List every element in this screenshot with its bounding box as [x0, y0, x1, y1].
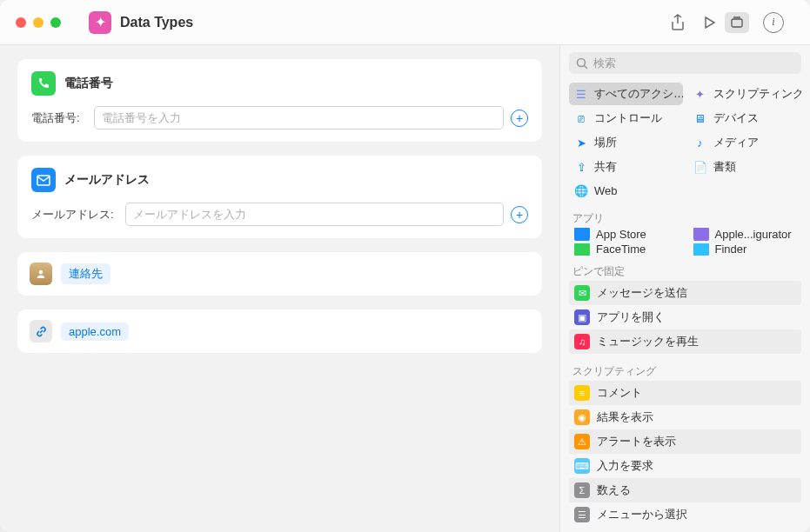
library-toggle[interactable] — [725, 12, 749, 33]
action-label: アラートを表示 — [597, 434, 676, 449]
play-icon — [703, 16, 716, 30]
category-item[interactable]: ➤場所 — [569, 131, 683, 154]
category-icon: ♪ — [693, 136, 707, 150]
minimize-button[interactable] — [33, 17, 44, 28]
action-list-item[interactable]: ⌨入力を要求 — [569, 454, 801, 478]
action-list-item[interactable]: ≡コメント — [569, 381, 801, 405]
category-icon: ✦ — [693, 87, 707, 101]
action-label: コメント — [597, 385, 642, 401]
workflow-canvas[interactable]: 電話番号 電話番号: + メールアドレス メールアドレス: + — [0, 45, 559, 532]
app-icon: ✦ — [89, 11, 111, 34]
app-item[interactable]: Finder — [688, 243, 802, 256]
library-sidebar: ☰すべてのアクシ…✦スクリプティング⎚コントロール🖥デバイス➤場所♪メディア⇪共… — [559, 45, 810, 532]
run-button[interactable] — [693, 10, 725, 35]
library-icon — [730, 16, 744, 29]
action-list-item[interactable]: ◉結果を表示 — [569, 405, 801, 429]
action-icon: ♫ — [574, 334, 590, 349]
phone-action-title: 電話番号 — [64, 76, 113, 91]
phone-action-card: 電話番号 電話番号: + — [17, 59, 542, 142]
phone-number-input[interactable] — [94, 106, 504, 130]
category-icon: ➤ — [574, 136, 588, 150]
add-phone-button[interactable]: + — [511, 110, 528, 127]
category-grid: ☰すべてのアクシ…✦スクリプティング⎚コントロール🖥デバイス➤場所♪メディア⇪共… — [560, 81, 810, 206]
category-label: Web — [594, 184, 618, 197]
category-item[interactable]: ♪メディア — [688, 131, 802, 154]
svg-rect-0 — [732, 19, 742, 27]
pinned-list: ✉メッセージを送信▣アプリを開く♫ミュージックを再生 — [560, 281, 810, 359]
category-label: スクリプティング — [713, 86, 802, 102]
svg-point-3 — [578, 58, 586, 66]
traffic-lights — [16, 17, 61, 28]
window-title: Data Types — [120, 15, 193, 30]
action-list-item[interactable]: ✉メッセージを送信 — [569, 281, 801, 305]
share-button[interactable] — [662, 10, 693, 35]
category-label: 共有 — [594, 159, 617, 175]
action-list-item[interactable]: ▣アプリを開く — [569, 305, 801, 329]
category-item[interactable]: ⇪共有 — [569, 156, 683, 178]
share-icon — [670, 14, 686, 31]
app-label: Finder — [715, 243, 747, 256]
mail-address-input[interactable] — [125, 203, 504, 226]
link-icon — [30, 320, 52, 342]
action-label: 入力を要求 — [597, 458, 653, 474]
scripting-section-label: スクリプティング — [560, 359, 810, 381]
action-label: メニューから選択 — [597, 507, 687, 522]
mail-icon — [31, 168, 56, 192]
category-icon: 🌐 — [574, 183, 588, 197]
app-icon — [693, 243, 709, 256]
category-icon: ☰ — [574, 87, 588, 101]
info-button[interactable]: i — [763, 12, 784, 33]
contact-icon — [30, 263, 52, 285]
action-icon: ☰ — [574, 507, 590, 522]
category-label: メディア — [713, 135, 759, 150]
action-icon: ◉ — [574, 409, 590, 425]
titlebar: ✦ Data Types i — [0, 0, 810, 45]
action-list-item[interactable]: ♫ミュージックを再生 — [569, 329, 801, 354]
category-item[interactable]: ⎚コントロール — [569, 107, 683, 130]
apps-grid: App StoreApple...iguratorFaceTimeFinder — [560, 228, 810, 259]
mail-action-card: メールアドレス メールアドレス: + — [17, 156, 542, 238]
url-action-card: apple.com — [17, 309, 542, 353]
app-item[interactable]: Apple...igurator — [688, 228, 802, 241]
contact-chip[interactable]: 連絡先 — [61, 263, 110, 284]
category-label: コントロール — [594, 110, 662, 126]
action-list-item[interactable]: Σ数える — [569, 478, 801, 502]
app-label: App Store — [596, 228, 646, 241]
category-item[interactable]: ✦スクリプティング — [688, 83, 802, 105]
category-label: デバイス — [713, 110, 759, 126]
category-item[interactable]: ☰すべてのアクシ… — [569, 83, 683, 105]
category-icon: 🖥 — [693, 111, 707, 125]
svg-point-2 — [39, 270, 43, 274]
category-item[interactable]: 🌐Web — [569, 180, 683, 201]
category-label: すべてのアクシ… — [594, 86, 683, 102]
action-label: アプリを開く — [597, 309, 665, 325]
add-mail-button[interactable]: + — [511, 206, 528, 223]
app-icon — [574, 228, 590, 241]
search-input[interactable] — [593, 57, 794, 70]
contact-action-card: 連絡先 — [17, 252, 542, 296]
category-icon: 📄 — [693, 160, 707, 174]
app-item[interactable]: FaceTime — [569, 243, 683, 256]
action-list-item[interactable]: ☰メニューから選択 — [569, 502, 801, 527]
action-icon: Σ — [574, 482, 590, 498]
action-label: メッセージを送信 — [597, 285, 687, 301]
search-box[interactable] — [569, 52, 801, 74]
url-chip[interactable]: apple.com — [61, 323, 129, 341]
category-icon: ⇪ — [574, 160, 588, 174]
action-label: 数える — [597, 482, 631, 498]
action-label: ミュージックを再生 — [597, 334, 699, 349]
phone-icon — [31, 71, 56, 96]
action-icon: ▣ — [574, 309, 590, 325]
search-icon — [576, 57, 588, 70]
action-icon: ✉ — [574, 285, 590, 301]
app-icon — [693, 228, 709, 241]
maximize-button[interactable] — [50, 17, 61, 28]
app-label: FaceTime — [596, 243, 646, 256]
category-item[interactable]: 📄書類 — [688, 156, 802, 178]
mail-action-title: メールアドレス — [64, 172, 150, 188]
phone-field-label: 電話番号: — [31, 110, 87, 126]
category-item[interactable]: 🖥デバイス — [688, 107, 802, 130]
action-list-item[interactable]: ⚠アラートを表示 — [569, 429, 801, 454]
app-item[interactable]: App Store — [569, 228, 683, 241]
close-button[interactable] — [16, 17, 26, 28]
